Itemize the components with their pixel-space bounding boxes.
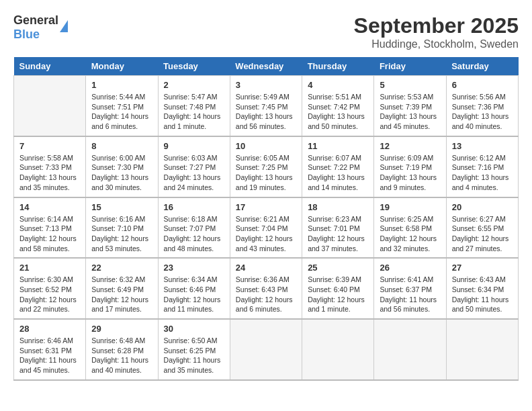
column-header-saturday: Saturday xyxy=(446,57,518,76)
day-number: 2 xyxy=(164,80,224,90)
location-subtitle: Huddinge, Stockholm, Sweden xyxy=(354,38,519,50)
day-info: Sunrise: 6:39 AMSunset: 6:40 PMDaylight:… xyxy=(308,275,368,314)
calendar-cell: 20Sunrise: 6:27 AMSunset: 6:55 PMDayligh… xyxy=(446,197,518,259)
day-info: Sunrise: 6:05 AMSunset: 7:25 PMDaylight:… xyxy=(236,153,296,193)
day-number: 3 xyxy=(236,80,296,90)
day-info: Sunrise: 6:46 AMSunset: 6:31 PMDaylight:… xyxy=(19,336,80,375)
day-info: Sunrise: 6:34 AMSunset: 6:46 PMDaylight:… xyxy=(164,275,224,314)
calendar-cell: 6Sunrise: 5:56 AMSunset: 7:36 PMDaylight… xyxy=(446,76,518,136)
calendar-cell: 28Sunrise: 6:46 AMSunset: 6:31 PMDayligh… xyxy=(14,319,86,380)
day-info: Sunrise: 5:49 AMSunset: 7:45 PMDaylight:… xyxy=(236,92,296,132)
day-number: 11 xyxy=(308,141,368,151)
calendar-cell: 27Sunrise: 6:43 AMSunset: 6:34 PMDayligh… xyxy=(446,258,518,319)
logo: General Blue xyxy=(13,13,68,42)
day-number: 18 xyxy=(308,202,368,212)
calendar-cell: 1Sunrise: 5:44 AMSunset: 7:51 PMDaylight… xyxy=(86,76,158,136)
logo-blue: Blue xyxy=(13,28,40,41)
day-info: Sunrise: 6:30 AMSunset: 6:52 PMDaylight:… xyxy=(19,275,80,314)
logo-general: General xyxy=(13,13,58,27)
calendar-cell: 29Sunrise: 6:48 AMSunset: 6:28 PMDayligh… xyxy=(86,319,158,380)
day-number: 28 xyxy=(19,324,80,334)
calendar-cell: 18Sunrise: 6:23 AMSunset: 7:01 PMDayligh… xyxy=(302,197,374,259)
calendar-cell: 26Sunrise: 6:41 AMSunset: 6:37 PMDayligh… xyxy=(374,258,446,319)
day-info: Sunrise: 6:00 AMSunset: 7:30 PMDaylight:… xyxy=(91,153,152,193)
day-number: 22 xyxy=(91,263,152,273)
day-number: 15 xyxy=(91,202,152,212)
day-number: 14 xyxy=(19,202,80,212)
day-number: 1 xyxy=(91,80,152,90)
day-info: Sunrise: 5:44 AMSunset: 7:51 PMDaylight:… xyxy=(91,92,152,132)
day-info: Sunrise: 6:07 AMSunset: 7:22 PMDaylight:… xyxy=(308,153,368,193)
calendar-cell: 3Sunrise: 5:49 AMSunset: 7:45 PMDaylight… xyxy=(230,76,302,136)
calendar-cell: 8Sunrise: 6:00 AMSunset: 7:30 PMDaylight… xyxy=(86,136,158,197)
day-number: 24 xyxy=(236,263,296,273)
day-info: Sunrise: 6:23 AMSunset: 7:01 PMDaylight:… xyxy=(308,214,368,254)
day-info: Sunrise: 6:50 AMSunset: 6:25 PMDaylight:… xyxy=(164,336,224,375)
day-number: 10 xyxy=(236,141,296,151)
column-header-monday: Monday xyxy=(86,57,158,76)
calendar-cell xyxy=(446,319,518,380)
day-number: 8 xyxy=(91,141,152,151)
day-number: 19 xyxy=(380,202,440,212)
day-number: 23 xyxy=(164,263,224,273)
column-header-sunday: Sunday xyxy=(14,57,86,76)
calendar-cell: 23Sunrise: 6:34 AMSunset: 6:46 PMDayligh… xyxy=(158,258,230,319)
day-info: Sunrise: 6:12 AMSunset: 7:16 PMDaylight:… xyxy=(452,153,513,193)
day-info: Sunrise: 6:27 AMSunset: 6:55 PMDaylight:… xyxy=(452,214,513,254)
calendar-cell: 4Sunrise: 5:51 AMSunset: 7:42 PMDaylight… xyxy=(302,76,374,136)
day-number: 30 xyxy=(164,324,224,334)
calendar-cell: 30Sunrise: 6:50 AMSunset: 6:25 PMDayligh… xyxy=(158,319,230,380)
calendar-cell xyxy=(302,319,374,380)
day-info: Sunrise: 6:48 AMSunset: 6:28 PMDaylight:… xyxy=(91,336,152,375)
day-number: 9 xyxy=(164,141,224,151)
day-info: Sunrise: 6:21 AMSunset: 7:04 PMDaylight:… xyxy=(236,214,296,254)
calendar-week-5: 28Sunrise: 6:46 AMSunset: 6:31 PMDayligh… xyxy=(14,319,519,380)
calendar-cell: 25Sunrise: 6:39 AMSunset: 6:40 PMDayligh… xyxy=(302,258,374,319)
calendar-cell: 13Sunrise: 6:12 AMSunset: 7:16 PMDayligh… xyxy=(446,136,518,197)
column-header-tuesday: Tuesday xyxy=(158,57,230,76)
day-info: Sunrise: 6:43 AMSunset: 6:34 PMDaylight:… xyxy=(452,275,513,314)
day-number: 6 xyxy=(452,80,513,90)
day-info: Sunrise: 5:58 AMSunset: 7:33 PMDaylight:… xyxy=(19,153,80,193)
calendar-week-3: 14Sunrise: 6:14 AMSunset: 7:13 PMDayligh… xyxy=(14,197,519,259)
calendar-cell xyxy=(374,319,446,380)
day-number: 5 xyxy=(380,80,440,90)
logo-icon xyxy=(60,20,68,32)
column-header-wednesday: Wednesday xyxy=(230,57,302,76)
calendar-cell: 12Sunrise: 6:09 AMSunset: 7:19 PMDayligh… xyxy=(374,136,446,197)
calendar-header-row: SundayMondayTuesdayWednesdayThursdayFrid… xyxy=(14,57,519,76)
day-info: Sunrise: 6:25 AMSunset: 6:58 PMDaylight:… xyxy=(380,214,440,254)
calendar-body: 1Sunrise: 5:44 AMSunset: 7:51 PMDaylight… xyxy=(14,76,519,380)
column-header-friday: Friday xyxy=(374,57,446,76)
day-number: 12 xyxy=(380,141,440,151)
calendar-week-2: 7Sunrise: 5:58 AMSunset: 7:33 PMDaylight… xyxy=(14,136,519,197)
logo-text: General Blue xyxy=(13,13,58,42)
day-info: Sunrise: 6:41 AMSunset: 6:37 PMDaylight:… xyxy=(380,275,440,314)
day-info: Sunrise: 5:56 AMSunset: 7:36 PMDaylight:… xyxy=(452,92,513,132)
calendar-cell: 5Sunrise: 5:53 AMSunset: 7:39 PMDaylight… xyxy=(374,76,446,136)
month-title: September 2025 xyxy=(354,13,519,38)
day-info: Sunrise: 6:03 AMSunset: 7:27 PMDaylight:… xyxy=(164,153,224,193)
calendar-cell: 22Sunrise: 6:32 AMSunset: 6:49 PMDayligh… xyxy=(86,258,158,319)
calendar-cell xyxy=(14,76,86,136)
day-info: Sunrise: 6:09 AMSunset: 7:19 PMDaylight:… xyxy=(380,153,440,193)
day-number: 20 xyxy=(452,202,513,212)
day-info: Sunrise: 5:51 AMSunset: 7:42 PMDaylight:… xyxy=(308,92,368,132)
calendar-cell xyxy=(230,319,302,380)
day-number: 26 xyxy=(380,263,440,273)
calendar-cell: 21Sunrise: 6:30 AMSunset: 6:52 PMDayligh… xyxy=(14,258,86,319)
day-info: Sunrise: 6:14 AMSunset: 7:13 PMDaylight:… xyxy=(19,214,80,254)
day-info: Sunrise: 6:18 AMSunset: 7:07 PMDaylight:… xyxy=(164,214,224,254)
day-info: Sunrise: 5:47 AMSunset: 7:48 PMDaylight:… xyxy=(164,92,224,132)
day-number: 16 xyxy=(164,202,224,212)
calendar-cell: 2Sunrise: 5:47 AMSunset: 7:48 PMDaylight… xyxy=(158,76,230,136)
calendar-cell: 24Sunrise: 6:36 AMSunset: 6:43 PMDayligh… xyxy=(230,258,302,319)
calendar-cell: 7Sunrise: 5:58 AMSunset: 7:33 PMDaylight… xyxy=(14,136,86,197)
page-header: General Blue September 2025 Huddinge, St… xyxy=(13,13,519,50)
day-info: Sunrise: 5:53 AMSunset: 7:39 PMDaylight:… xyxy=(380,92,440,132)
calendar-cell: 15Sunrise: 6:16 AMSunset: 7:10 PMDayligh… xyxy=(86,197,158,259)
day-number: 17 xyxy=(236,202,296,212)
column-header-thursday: Thursday xyxy=(302,57,374,76)
calendar-week-1: 1Sunrise: 5:44 AMSunset: 7:51 PMDaylight… xyxy=(14,76,519,136)
calendar-cell: 19Sunrise: 6:25 AMSunset: 6:58 PMDayligh… xyxy=(374,197,446,259)
